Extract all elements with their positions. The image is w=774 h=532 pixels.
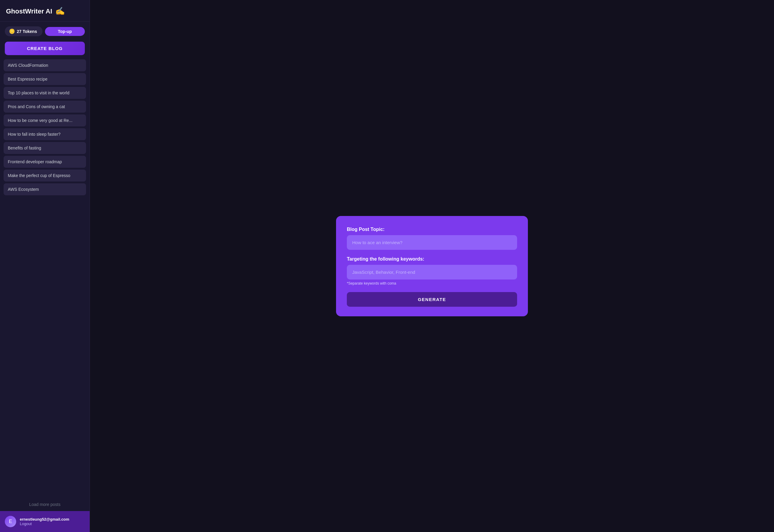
list-item[interactable]: Benefits of fasting (4, 142, 86, 154)
user-info: ernestleung52@gmail.com Logout (20, 517, 69, 526)
app-title: GhostWriter AI (6, 7, 52, 15)
feather-icon: ✍️ (55, 7, 65, 16)
topup-button[interactable]: Top-up (45, 27, 85, 36)
generate-button[interactable]: GENERATE (347, 292, 517, 307)
user-email: ernestleung52@gmail.com (20, 517, 69, 522)
token-count: 27 Tokens (17, 29, 37, 34)
list-item[interactable]: How to be come very good at Re... (4, 114, 86, 126)
avatar-initials: E (9, 519, 12, 524)
list-item[interactable]: AWS Ecosystem (4, 183, 86, 195)
sidebar-header: GhostWriter AI ✍️ (0, 0, 90, 22)
list-item[interactable]: Pros and Cons of owning a cat (4, 101, 86, 113)
keywords-hint: *Separate keywords with coma (347, 281, 517, 285)
list-item[interactable]: Frontend developer roadmap (4, 156, 86, 168)
topic-label: Blog Post Topic: (347, 227, 517, 232)
token-section: 🪙 27 Tokens Top-up (0, 22, 90, 39)
keywords-label: Targeting the following keywords: (347, 256, 517, 262)
load-more-button[interactable]: Load more posts (0, 498, 90, 511)
posts-list: AWS CloudFormationBest Espresso recipeTo… (0, 59, 90, 498)
coin-icon: 🪙 (9, 28, 15, 34)
topic-input[interactable] (347, 235, 517, 250)
list-item[interactable]: AWS CloudFormation (4, 59, 86, 71)
main-content: Blog Post Topic: Targeting the following… (90, 0, 774, 532)
list-item[interactable]: How to fall into sleep faster? (4, 128, 86, 140)
sidebar: GhostWriter AI ✍️ 🪙 27 Tokens Top-up CRE… (0, 0, 90, 532)
list-item[interactable]: Best Espresso recipe (4, 73, 86, 85)
form-card: Blog Post Topic: Targeting the following… (336, 216, 528, 316)
token-badge: 🪙 27 Tokens (5, 26, 43, 36)
create-blog-button[interactable]: CREATE BLOG (5, 42, 85, 55)
list-item[interactable]: Top 10 places to visit in the world (4, 87, 86, 99)
keywords-input[interactable] (347, 265, 517, 279)
list-item[interactable]: Make the perfect cup of Espresso (4, 170, 86, 182)
user-footer: E ernestleung52@gmail.com Logout (0, 511, 90, 532)
avatar: E (5, 516, 16, 527)
logout-button[interactable]: Logout (20, 522, 69, 526)
